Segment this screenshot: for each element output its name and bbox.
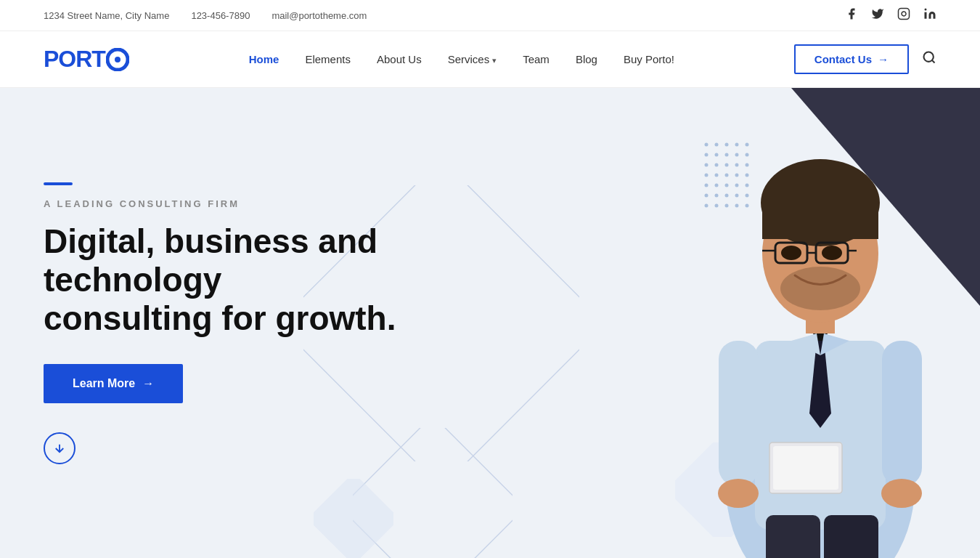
hero-section: A LEADING CONSULTING FIRM Digital, busin… bbox=[0, 88, 980, 558]
search-button[interactable] bbox=[922, 50, 936, 68]
hero-title: Digital, business and technology consult… bbox=[44, 222, 436, 338]
nav-item-about[interactable]: About Us bbox=[377, 53, 422, 66]
nav-item-buy[interactable]: Buy Porto! bbox=[624, 53, 674, 66]
nav-item-elements[interactable]: Elements bbox=[305, 53, 351, 66]
top-bar: 1234 Street Name, City Name 123-456-7890… bbox=[0, 0, 980, 31]
phone: 123-456-7890 bbox=[191, 10, 250, 21]
svg-rect-67 bbox=[882, 341, 922, 486]
svg-rect-66 bbox=[719, 341, 759, 486]
svg-point-60 bbox=[822, 246, 842, 260]
address: 1234 Street Name, City Name bbox=[44, 10, 169, 21]
svg-rect-73 bbox=[824, 515, 878, 558]
svg-point-3 bbox=[925, 9, 927, 11]
nav-menu: Home Elements About Us Services Team Blo… bbox=[249, 53, 674, 66]
learn-more-arrow-icon: → bbox=[142, 377, 154, 390]
instagram-icon[interactable] bbox=[897, 7, 910, 23]
linkedin-icon[interactable] bbox=[923, 7, 936, 23]
email: mail@portotheme.com bbox=[271, 10, 367, 21]
logo[interactable]: PORT bbox=[44, 46, 129, 73]
scroll-down-container bbox=[44, 432, 436, 464]
nav-link-home[interactable]: Home bbox=[249, 53, 279, 65]
nav-item-blog[interactable]: Blog bbox=[576, 53, 597, 66]
svg-point-5 bbox=[115, 57, 121, 62]
nav-link-about[interactable]: About Us bbox=[377, 53, 422, 65]
scroll-down-button[interactable] bbox=[44, 432, 75, 464]
logo-text: PORT bbox=[44, 46, 105, 73]
hero-accent-line bbox=[44, 182, 73, 185]
hero-content: A LEADING CONSULTING FIRM Digital, busin… bbox=[0, 182, 436, 464]
nav-link-buy[interactable]: Buy Porto! bbox=[624, 53, 674, 65]
nav-item-team[interactable]: Team bbox=[523, 53, 550, 66]
nav-right: Contact Us → bbox=[794, 44, 936, 74]
svg-point-68 bbox=[718, 479, 759, 508]
nav-link-team[interactable]: Team bbox=[523, 53, 550, 65]
hero-person-container bbox=[661, 88, 980, 558]
svg-rect-2 bbox=[925, 12, 927, 19]
nav-link-blog[interactable]: Blog bbox=[576, 53, 597, 65]
diamond-filled-small bbox=[314, 479, 393, 558]
svg-line-7 bbox=[932, 60, 935, 63]
facebook-icon[interactable] bbox=[845, 7, 858, 23]
nav-item-home[interactable]: Home bbox=[249, 53, 279, 66]
contact-us-button[interactable]: Contact Us → bbox=[794, 44, 909, 74]
nav-link-services[interactable]: Services bbox=[448, 53, 490, 65]
logo-o-icon bbox=[106, 48, 129, 71]
person-illustration bbox=[661, 108, 980, 558]
contact-button-label: Contact Us bbox=[814, 53, 872, 65]
hero-subtitle: A LEADING CONSULTING FIRM bbox=[44, 198, 436, 209]
svg-point-59 bbox=[781, 246, 801, 260]
svg-rect-71 bbox=[773, 446, 838, 490]
hero-title-line1: Digital, business and technology bbox=[44, 222, 377, 299]
contact-arrow-icon: → bbox=[878, 53, 889, 65]
twitter-icon[interactable] bbox=[871, 7, 884, 23]
svg-point-6 bbox=[923, 52, 933, 62]
svg-rect-53 bbox=[762, 203, 878, 239]
nav-item-services[interactable]: Services bbox=[448, 53, 497, 66]
svg-rect-10 bbox=[314, 479, 393, 558]
search-icon bbox=[922, 50, 936, 65]
svg-point-61 bbox=[780, 267, 860, 310]
learn-more-button[interactable]: Learn More → bbox=[44, 364, 183, 403]
svg-point-69 bbox=[881, 479, 922, 508]
top-bar-contact-info: 1234 Street Name, City Name 123-456-7890… bbox=[44, 10, 367, 21]
svg-rect-72 bbox=[766, 515, 820, 558]
nav-link-elements[interactable]: Elements bbox=[305, 53, 351, 65]
hero-title-line2: consulting for growth. bbox=[44, 299, 396, 337]
svg-rect-0 bbox=[899, 9, 910, 20]
learn-more-label: Learn More bbox=[73, 377, 135, 390]
social-links bbox=[845, 7, 936, 23]
navbar: PORT Home Elements About Us Services Tea… bbox=[0, 31, 980, 88]
scroll-down-arrow-icon bbox=[53, 442, 66, 455]
